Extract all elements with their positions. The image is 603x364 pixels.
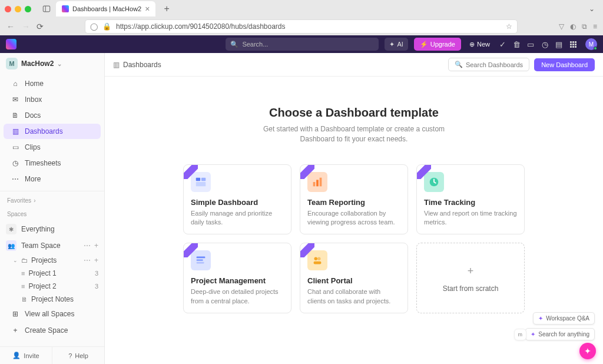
start-from-scratch[interactable]: + Start from scratch: [416, 243, 525, 313]
space-menu-icon[interactable]: ⋯: [84, 241, 91, 250]
sparkle-icon: ✦: [538, 315, 543, 322]
nav-home[interactable]: ⌂Home: [4, 76, 101, 91]
nav-docs[interactable]: 🗎Docs: [4, 108, 101, 123]
template-time-tracking[interactable]: Time Tracking View and report on time tr…: [416, 164, 525, 235]
template-simple-dashboard[interactable]: Simple Dashboard Easily manage and prior…: [183, 164, 291, 235]
svg-rect-0: [43, 6, 49, 12]
reload-button[interactable]: ⟳: [37, 22, 44, 31]
workspace-switcher[interactable]: M MacHow2 ⌄: [0, 53, 104, 74]
help-button[interactable]: ?Help: [52, 347, 104, 364]
list-icon: ≡: [21, 270, 25, 277]
shield-icon: ◯: [90, 22, 98, 31]
template-title: Client Portal: [307, 276, 400, 285]
workspace-name: MacHow2: [21, 59, 54, 68]
task-count: 3: [95, 270, 98, 277]
clickup-logo[interactable]: [6, 39, 16, 49]
app-topbar: 🔍 Search... ✦ AI ⚡ Upgrade ⊕ New ✓ 🗑 ▭ ◷…: [0, 35, 603, 53]
clips-icon: ▭: [11, 143, 20, 152]
svg-rect-4: [196, 182, 206, 186]
bookmark-star-icon[interactable]: ☆: [506, 22, 512, 31]
rocket-icon: ⚡: [420, 41, 428, 48]
ribbon-icon: [300, 243, 314, 257]
list-project-1[interactable]: ≡ Project 1 3: [0, 267, 104, 280]
folder-add-icon[interactable]: +: [94, 256, 98, 264]
global-search[interactable]: 🔍 Search...: [226, 38, 379, 51]
workspace-qa-chip[interactable]: ✦Workspace Q&A: [533, 312, 595, 325]
nav-clips[interactable]: ▭Clips: [4, 140, 101, 155]
search-dashboards-input[interactable]: 🔍 Search Dashboards: [448, 58, 529, 71]
template-client-portal[interactable]: Client Portal Chat and collaborate with …: [300, 243, 408, 313]
docs-icon: 🗎: [11, 111, 20, 120]
timer-icon[interactable]: ◷: [541, 40, 549, 48]
template-desc: Chat and collaborate with clients on tas…: [307, 287, 400, 306]
page-title: Choose a Dashboard template: [128, 106, 579, 120]
svg-rect-5: [313, 182, 316, 186]
video-icon[interactable]: ▭: [526, 40, 535, 48]
folder-icon: 🗀: [21, 257, 28, 264]
window-controls: [5, 6, 31, 12]
browser-tab[interactable]: Dashboards | MacHow2 ×: [56, 1, 155, 16]
spaces-header: Spaces: [0, 207, 104, 221]
breadcrumb[interactable]: ▥ Dashboards: [113, 61, 161, 69]
new-tab-button[interactable]: +: [160, 4, 173, 14]
search-anything-chip[interactable]: ✦Search for anything: [525, 328, 595, 340]
doc-project-notes[interactable]: 🗎 Project Notes: [0, 293, 104, 306]
invite-icon: 👤: [12, 352, 21, 359]
close-window-button[interactable]: [5, 6, 11, 12]
nav-timesheets[interactable]: ◷Timesheets: [4, 155, 101, 171]
space-add-icon[interactable]: +: [94, 241, 98, 250]
avatar[interactable]: M: [585, 38, 597, 50]
svg-rect-14: [314, 262, 322, 264]
account-icon[interactable]: ◐: [570, 22, 576, 31]
pocket-icon[interactable]: ▽: [559, 22, 564, 31]
trash-icon[interactable]: 🗑: [512, 40, 521, 48]
folder-projects[interactable]: ⌄ 🗀 Projects ⋯+: [0, 254, 104, 267]
tab-close-icon[interactable]: ×: [145, 4, 150, 14]
new-button[interactable]: ⊕ New: [467, 41, 492, 48]
team-space-icon: 👥: [6, 240, 16, 251]
url-field[interactable]: ◯ 🔒 https://app.clickup.com/9014502080/h…: [85, 19, 518, 34]
nav-forward-button[interactable]: →: [21, 22, 31, 31]
menu-icon[interactable]: ≡: [593, 22, 597, 31]
apps-grid-icon[interactable]: [569, 40, 577, 48]
upgrade-button[interactable]: ⚡ Upgrade: [414, 38, 461, 51]
svg-rect-3: [201, 177, 206, 181]
check-circle-icon[interactable]: ✓: [498, 40, 506, 48]
view-all-spaces[interactable]: ⊞View all Spaces: [4, 306, 101, 322]
nav-inbox[interactable]: ✉Inbox: [4, 92, 101, 107]
create-space[interactable]: +Create Space: [4, 323, 101, 338]
folder-menu-icon[interactable]: ⋯: [84, 256, 91, 264]
notepad-icon[interactable]: ▤: [555, 40, 563, 48]
nav-back-button[interactable]: ←: [6, 22, 15, 31]
hero: Choose a Dashboard template Get started …: [128, 106, 579, 144]
template-title: Time Tracking: [424, 198, 517, 207]
sidebar-toggle-icon[interactable]: [42, 4, 51, 14]
maximize-window-button[interactable]: [25, 6, 31, 12]
template-project-management[interactable]: Project Management Deep-dive on detailed…: [183, 243, 291, 313]
ribbon-icon: [300, 165, 314, 179]
ai-button[interactable]: ✦ AI: [385, 38, 407, 51]
nav-dashboards[interactable]: ▥Dashboards: [4, 124, 101, 139]
dashboard-icon: ▥: [11, 127, 20, 136]
partial-card[interactable]: m: [514, 329, 527, 340]
more-icon: ⋯: [11, 174, 20, 184]
extensions-icon[interactable]: ⧉: [582, 22, 587, 31]
search-placeholder: Search...: [242, 41, 268, 48]
svg-point-13: [317, 257, 321, 261]
everything-icon: ✱: [6, 224, 16, 234]
new-dashboard-button[interactable]: New Dashboard: [534, 58, 595, 71]
inbox-icon: ✉: [11, 95, 20, 104]
main-content: ▥ Dashboards 🔍 Search Dashboards New Das…: [105, 53, 603, 364]
help-icon: ?: [68, 352, 72, 359]
nav-more[interactable]: ⋯More: [4, 171, 101, 187]
list-project-2[interactable]: ≡ Project 2 3: [0, 280, 104, 293]
ai-assistant-fab[interactable]: ✦: [579, 343, 596, 359]
favorites-header[interactable]: Favorites›: [0, 194, 104, 207]
space-team-space[interactable]: 👥 Team Space ⋯+: [0, 237, 104, 254]
minimize-window-button[interactable]: [15, 6, 21, 12]
tabs-overflow-icon[interactable]: ⌄: [585, 5, 598, 13]
space-everything[interactable]: ✱Everything: [0, 221, 104, 237]
invite-button[interactable]: 👤Invite: [0, 347, 52, 364]
svg-point-12: [314, 257, 318, 261]
template-team-reporting[interactable]: Team Reporting Encourage collaboration b…: [300, 164, 408, 235]
